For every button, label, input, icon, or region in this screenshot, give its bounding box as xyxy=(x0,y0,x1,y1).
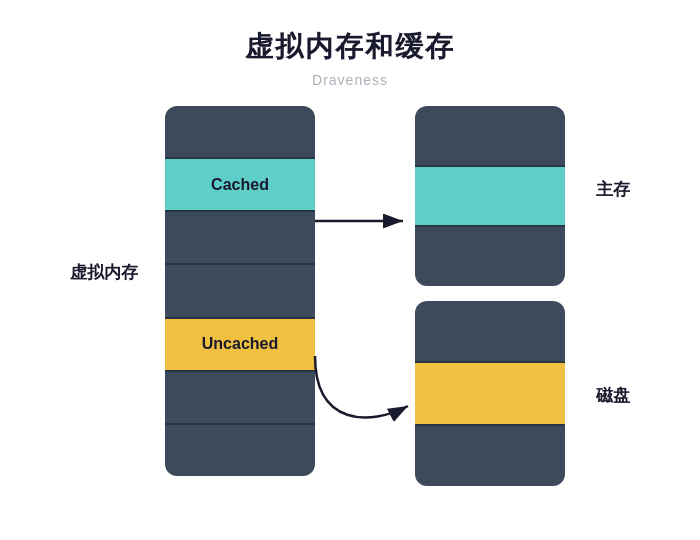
page-title: 虚拟内存和缓存 xyxy=(245,28,455,66)
cached-label: Cached xyxy=(211,176,269,194)
disk-block-1 xyxy=(415,301,565,363)
right-bottom-column xyxy=(415,301,565,486)
vm-block-3 xyxy=(165,212,315,265)
cached-arrow xyxy=(315,201,415,241)
subtitle: Draveness xyxy=(312,72,388,88)
diagram-area: 虚拟内存 Cached Uncached 主存 磁盘 xyxy=(70,106,630,476)
vm-block-1 xyxy=(165,106,315,159)
uncached-label: Uncached xyxy=(202,335,278,353)
vm-block-cached: Cached xyxy=(165,159,315,212)
vm-block-uncached: Uncached xyxy=(165,319,315,372)
disk-block-uncached xyxy=(415,363,565,425)
mem-block-3 xyxy=(415,227,565,286)
main-memory-label: 主存 xyxy=(596,178,630,201)
column-gap xyxy=(415,286,565,291)
vm-block-4 xyxy=(165,265,315,318)
disk-label: 磁盘 xyxy=(596,384,630,407)
right-top-column xyxy=(415,106,565,286)
vm-block-6 xyxy=(165,372,315,425)
disk-block-3 xyxy=(415,426,565,486)
left-column: Cached Uncached xyxy=(165,106,315,476)
vm-block-7 xyxy=(165,425,315,476)
virtual-memory-label: 虚拟内存 xyxy=(70,261,138,284)
mem-block-cached xyxy=(415,167,565,228)
mem-block-1 xyxy=(415,106,565,167)
